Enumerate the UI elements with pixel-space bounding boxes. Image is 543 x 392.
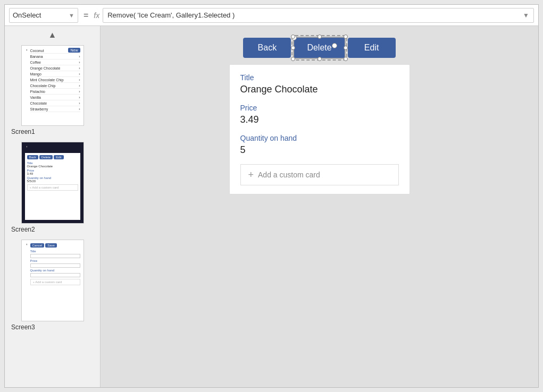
list-item: Mint Chocolate Chip› — [30, 77, 80, 83]
event-selector-value: OnSelect — [13, 11, 41, 19]
screen2-white-area: Back Delete Edit Title Orange Chocolate … — [25, 153, 80, 220]
thumb3-save-btn: Save — [45, 243, 57, 248]
add-custom-card-button[interactable]: + Add a custom card — [240, 164, 399, 185]
screen1-thumb[interactable]: ··· New Coconut› Banana› Coffee› Orange … — [5, 42, 100, 139]
main-area: ▲ ··· New Coconut› Banana› Coffee› Orang… — [5, 26, 538, 387]
thumb3-title-label: Title — [30, 250, 80, 253]
thumb3-qty-label: Quantity on hand — [30, 269, 80, 272]
formula-bar: OnSelect ▼ = fx Remove( 'Ice Cream', Gal… — [5, 5, 538, 26]
thumb2-add-card: + Add a custom card — [27, 184, 78, 191]
list-item: Chocolate Chip› — [30, 83, 80, 89]
add-custom-icon: + — [248, 170, 254, 180]
screen3-buttons: Cancel Save — [30, 243, 80, 248]
title-label: Title — [240, 73, 399, 82]
quantity-value: 5 — [240, 144, 399, 156]
handle-tm — [318, 35, 322, 39]
sidebar: ▲ ··· New Coconut› Banana› Coffee› Orang… — [5, 26, 101, 387]
list-item: Banana› — [30, 54, 80, 59]
thumb3-cancel-btn: Cancel — [30, 243, 45, 248]
list-item: Orange Chocolate› — [30, 65, 80, 71]
formula-expand-arrow[interactable]: ▼ — [523, 12, 529, 19]
screen3-thumb[interactable]: ··· Cancel Save Title Price Quantity on … — [5, 236, 100, 334]
thumb3-add-card: + Add a custom card — [30, 279, 80, 285]
list-item: Vanilla› — [30, 95, 80, 100]
screen3-inner: Cancel Save Title Price Quantity on hand… — [22, 240, 83, 321]
screen2-inner: Back Delete Edit Title Orange Chocolate … — [22, 142, 83, 223]
screen2-preview: ··· Back Delete Edit Title Orange Chocol… — [21, 142, 84, 224]
formula-text: Remove( 'Ice Cream', Gallery1.Selected ) — [107, 11, 523, 19]
screen3-preview: ··· Cancel Save Title Price Quantity on … — [21, 240, 84, 321]
title-value: Orange Chocolate — [240, 84, 399, 95]
screen1-label: Screen1 — [11, 128, 94, 135]
add-custom-label: Add a custom card — [258, 171, 320, 179]
list-item: Strawberry› — [30, 106, 80, 112]
canvas-area: Back Delete Edit — [101, 26, 538, 387]
detail-card: Title Orange Chocolate Price 3.49 Quanti… — [229, 64, 410, 194]
list-item: Chocolate› — [30, 100, 80, 106]
thumb2-back-btn: Back — [27, 155, 38, 159]
thumb3-price-input — [30, 263, 80, 268]
chevron-up-icon: ▲ — [48, 30, 57, 40]
screen1-preview: ··· New Coconut› Banana› Coffee› Orange … — [21, 45, 84, 126]
price-label: Price — [240, 104, 399, 112]
screen2-thumb[interactable]: ··· Back Delete Edit Title Orange Chocol… — [5, 139, 100, 236]
list-item: Coffee› — [30, 59, 80, 65]
thumb3-qty-input — [30, 273, 80, 277]
handle-bl — [291, 57, 295, 61]
screen3-label: Screen3 — [11, 323, 94, 331]
screen2-buttons: Back Delete Edit — [27, 155, 78, 159]
event-selector[interactable]: OnSelect ▼ — [9, 8, 78, 23]
fx-label: fx — [94, 11, 99, 20]
quantity-label: Quantity on hand — [240, 134, 399, 142]
list-item: Mango› — [30, 71, 80, 77]
event-selector-arrow: ▼ — [69, 12, 74, 19]
formula-input[interactable]: Remove( 'Ice Cream', Gallery1.Selected )… — [103, 8, 534, 23]
equals-sign: = — [81, 11, 90, 20]
thumb2-qty-value: 5/5/20 — [27, 180, 78, 183]
screen1-dots[interactable]: ··· — [24, 49, 30, 50]
handle-bm — [318, 57, 322, 61]
thumb2-delete-btn: Delete — [39, 155, 53, 159]
app-container: OnSelect ▼ = fx Remove( 'Ice Cream', Gal… — [4, 4, 539, 388]
thumb2-price-value: 3.49 — [27, 172, 78, 175]
handle-tr — [344, 35, 348, 39]
delete-button[interactable]: Delete — [293, 37, 345, 59]
thumb3-price-label: Price — [30, 259, 80, 262]
thumb3-title-input — [30, 254, 80, 258]
detail-card-wrapper: Back Delete Edit — [229, 37, 410, 194]
thumb2-title-value: Orange Chocolate — [27, 165, 78, 168]
scroll-up-button[interactable]: ▲ — [5, 28, 100, 42]
button-row: Back Delete Edit — [243, 37, 395, 59]
back-button[interactable]: Back — [243, 38, 291, 58]
delete-button-wrapper: Delete — [293, 37, 345, 59]
handle-mr — [344, 46, 348, 50]
new-badge: New — [68, 48, 80, 53]
handle-br — [344, 57, 348, 61]
screen2-label: Screen2 — [11, 226, 94, 233]
price-value: 3.49 — [240, 114, 399, 125]
list-item: Pistachio› — [30, 89, 80, 95]
thumb2-edit-btn: Edit — [54, 155, 63, 159]
edit-button[interactable]: Edit — [348, 38, 396, 58]
